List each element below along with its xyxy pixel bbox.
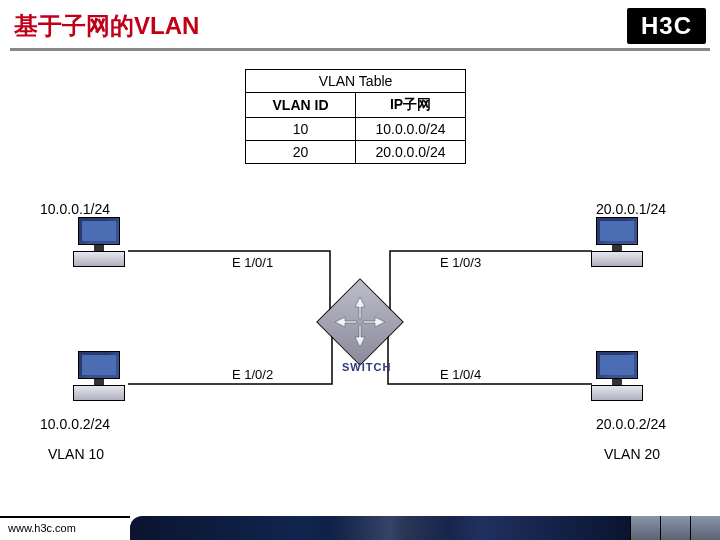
port-label-3: E 1/0/3 (440, 255, 481, 270)
footer-url: www.h3c.com (0, 516, 130, 540)
port-label-2: E 1/0/2 (232, 367, 273, 382)
footer-decoration (130, 516, 630, 540)
footer-cap (630, 516, 720, 540)
port-label-1: E 1/0/1 (232, 255, 273, 270)
slide-footer: www.h3c.com (0, 516, 720, 540)
slide-title: 基于子网的VLAN (14, 10, 199, 42)
brand-logo: H3C (627, 8, 706, 44)
diagram-canvas: VLAN Table VLAN ID IP子网 10 10.0.0.0/24 2… (0, 51, 720, 511)
switch-label: SWITCH (342, 361, 391, 373)
port-label-4: E 1/0/4 (440, 367, 481, 382)
